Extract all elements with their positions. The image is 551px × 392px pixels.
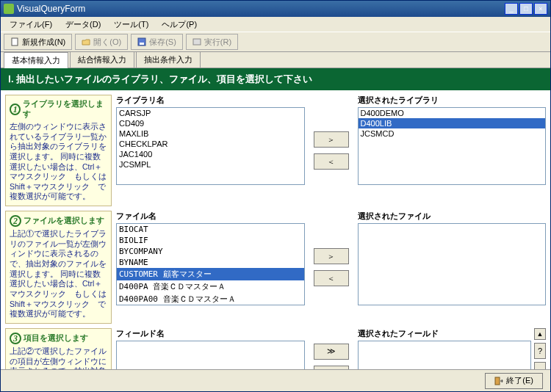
field-selected-panel: 選択されたフィールド — [358, 328, 532, 369]
library-move-buttons: ＞ ＜ — [309, 95, 353, 206]
step-number-2: 2 — [10, 215, 21, 227]
field-move-buttons: ≫ ＞ ＜ ≪ — [309, 328, 353, 369]
library-source-panel: ライブラリ名 CARSJPCD409MAXLIBCHECKLPARJAC1400… — [116, 95, 305, 206]
field-selected-container: 選択されたフィールド ▲ ? そのほか順序変更 — [358, 328, 547, 369]
list-item[interactable]: JCSMCD — [359, 128, 546, 139]
run-button[interactable]: 実行(R) — [186, 34, 238, 50]
maximize-button[interactable]: □ — [519, 3, 533, 15]
footer: 終了(E) — [1, 369, 550, 391]
tab-join[interactable]: 結合情報入力 — [70, 51, 134, 68]
list-item[interactable]: D400LIB — [359, 118, 546, 128]
run-label: 実行(R) — [204, 37, 231, 48]
step-number-1: 1 — [10, 104, 21, 115]
library-selected-list[interactable]: D400DEMOD400LIBJCSMCD — [358, 107, 547, 185]
open-button[interactable]: 開く(O) — [75, 34, 128, 50]
field-source-label: フィールド名 — [116, 328, 305, 339]
list-item[interactable]: D400DEMO — [359, 108, 546, 118]
file-selected-list[interactable] — [358, 223, 547, 305]
field-order-strip: ▲ ? そのほか順序変更 — [534, 328, 546, 369]
new-file-icon — [10, 37, 19, 46]
step-banner: Ⅰ. 抽出したいファイルのライブラリ、ファイル、項目を選択して下さい — [1, 68, 550, 90]
row-field: 3項目を選択します 上記②で選択したファイルの項目が左側ウィンドウに表示されるの… — [5, 328, 546, 369]
file-move-buttons: ＞ ＜ — [309, 211, 353, 324]
new-button[interactable]: 新規作成(N) — [4, 34, 72, 50]
menu-file[interactable]: ファイル(F) — [4, 18, 58, 32]
content: Ⅰ. 抽出したいファイルのライブラリ、ファイル、項目を選択して下さい 1ライブラ… — [1, 68, 550, 369]
exit-button[interactable]: 終了(E) — [485, 373, 543, 389]
list-item[interactable]: BYNAME — [117, 257, 304, 268]
list-item[interactable]: JCSMPL — [117, 159, 304, 170]
save-label: 保存(S) — [149, 37, 176, 48]
field-selected-list[interactable] — [358, 341, 532, 369]
file-source-label: ファイル名 — [116, 211, 305, 222]
menu-tool[interactable]: ツール(T) — [108, 18, 154, 32]
step2-body: 上記①で選択したライブラリのファイル一覧が左側ウィンドウに表示されるので、抽出対… — [10, 229, 107, 319]
order-change-button[interactable]: そのほか順序変更 — [534, 362, 546, 369]
save-button[interactable]: 保存(S) — [131, 34, 183, 50]
menubar: ファイル(F) データ(D) ツール(T) ヘルプ(P) — [1, 17, 550, 32]
field-add-all-button[interactable]: ≫ — [314, 344, 349, 360]
svg-rect-2 — [140, 43, 144, 45]
file-remove-button[interactable]: ＜ — [314, 270, 349, 286]
field-move-up-button[interactable]: ▲ — [534, 328, 546, 340]
list-item[interactable]: BIOLIF — [117, 235, 304, 246]
file-source-panel: ファイル名 BIOCAT BIOLIF BYCOMPANY BYNAME CUS… — [116, 211, 305, 324]
library-selected-label: 選択されたライブラリ — [358, 95, 547, 106]
help-button[interactable]: ? — [534, 343, 546, 359]
step3-body: 上記②で選択したファイルの項目が左側ウィンドウに表示されるので、抽出対象の項目を… — [10, 346, 107, 369]
list-item[interactable]: D400PA 音楽ＣＤマスターＡ — [117, 280, 304, 293]
step2-title: ファイルを選択します — [24, 216, 104, 226]
library-source-list[interactable]: CARSJPCD409MAXLIBCHECKLPARJAC1400JCSMPL — [116, 107, 305, 185]
list-item[interactable]: JAC1400 — [117, 149, 304, 159]
list-item[interactable]: CUSTOMER 顧客マスター — [117, 268, 304, 280]
titlebar: VisualQueryForm _ □ × — [1, 1, 550, 17]
minimize-button[interactable]: _ — [505, 3, 518, 15]
rows-area: 1ライブラリを選択します 左側のウィンドウに表示されているライブラリ一覧から抽出… — [1, 90, 550, 369]
open-label: 開く(O) — [93, 37, 121, 48]
field-selected-label: 選択されたフィールド — [358, 328, 532, 339]
window-buttons: _ □ × — [505, 3, 547, 15]
exit-label: 終了(E) — [506, 375, 533, 386]
file-source-list[interactable]: BIOCAT BIOLIF BYCOMPANY BYNAME CUSTOMER … — [116, 223, 305, 305]
step-number-3: 3 — [10, 333, 21, 344]
file-selected-panel: 選択されたファイル — [358, 211, 547, 324]
row-library: 1ライブラリを選択します 左側のウィンドウに表示されているライブラリ一覧から抽出… — [5, 95, 546, 206]
list-item[interactable]: CHECKLPAR — [117, 139, 304, 149]
list-item[interactable]: CARSJP — [117, 108, 304, 118]
toolbar: 新規作成(N) 開く(O) 保存(S) 実行(R) — [1, 32, 550, 52]
library-add-button[interactable]: ＞ — [314, 131, 349, 148]
library-selected-panel: 選択されたライブラリ D400DEMOD400LIBJCSMCD — [358, 95, 547, 206]
new-label: 新規作成(N) — [22, 37, 65, 48]
folder-open-icon — [82, 37, 90, 46]
save-icon — [137, 37, 146, 46]
app-window: VisualQueryForm _ □ × ファイル(F) データ(D) ツール… — [0, 0, 551, 392]
step1-title: ライブラリを選択します — [23, 99, 107, 120]
svg-rect-0 — [12, 38, 18, 46]
list-item[interactable]: BIOCAT — [117, 224, 304, 235]
step3-title: 項目を選択します — [24, 333, 88, 344]
hint-file: 2ファイルを選択します 上記①で選択したライブラリのファイル一覧が左側ウィンドウ… — [5, 211, 112, 324]
menu-help[interactable]: ヘルプ(P) — [156, 18, 203, 32]
hint-library: 1ライブラリを選択します 左側のウィンドウに表示されているライブラリ一覧から抽出… — [5, 95, 112, 206]
list-item[interactable]: D400PA00 音楽ＣＤマスターＡ — [117, 293, 304, 305]
run-icon — [192, 37, 201, 46]
tabbar: 基本情報入力 結合情報入力 抽出条件入力 — [1, 52, 550, 68]
step1-body: 左側のウィンドウに表示されているライブラリ一覧から抽出対象のライブラリを選択しま… — [10, 122, 107, 202]
field-source-panel: フィールド名 — [116, 328, 305, 369]
close-window-button[interactable]: × — [534, 3, 547, 15]
svg-rect-4 — [495, 377, 500, 385]
file-add-button[interactable]: ＞ — [314, 248, 349, 264]
list-item[interactable]: CD409 — [117, 118, 304, 128]
list-item[interactable]: MAXLIB — [117, 128, 304, 139]
tab-basic[interactable]: 基本情報入力 — [4, 52, 68, 68]
hint-field: 3項目を選択します 上記②で選択したファイルの項目が左側ウィンドウに表示されるの… — [5, 328, 112, 369]
tab-extract[interactable]: 抽出条件入力 — [136, 51, 201, 68]
menu-data[interactable]: データ(D) — [60, 18, 107, 32]
field-source-list[interactable] — [116, 341, 305, 369]
svg-rect-3 — [193, 39, 201, 45]
library-remove-button[interactable]: ＜ — [314, 153, 349, 170]
list-item[interactable]: BYCOMPANY — [117, 246, 304, 257]
exit-icon — [494, 377, 503, 385]
file-selected-label: 選択されたファイル — [358, 211, 547, 222]
row-file: 2ファイルを選択します 上記①で選択したライブラリのファイル一覧が左側ウィンドウ… — [5, 211, 546, 324]
